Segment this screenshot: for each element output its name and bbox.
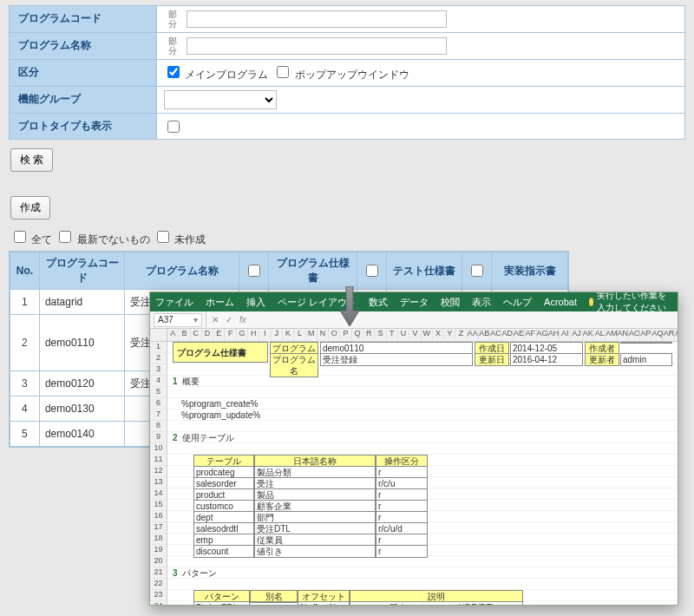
row-group: 機能グループ — [10, 87, 684, 114]
row-kubun: 区分 メインプログラム ポップアップウインドウ — [10, 60, 684, 87]
name-input[interactable] — [187, 37, 447, 55]
ribbon-tab[interactable]: データ — [400, 296, 429, 309]
col-spec: プログラム仕様書 — [269, 252, 357, 290]
label-name: プログラム名称 — [10, 33, 157, 59]
ribbon-tab[interactable]: ヘルプ — [503, 296, 532, 309]
proto-checkbox[interactable] — [167, 121, 180, 133]
col-name: プログラム名称 — [125, 252, 239, 290]
col-chk1[interactable] — [239, 252, 269, 290]
col-impl: 実装指示書 — [492, 252, 568, 290]
row-code: プログラムコード 部 分 — [10, 6, 684, 33]
grid-header-row: No. プログラムコード プログラム名称 プログラム仕様書 テスト仕様書 実装指… — [10, 252, 568, 290]
partial-badge: 部 分 — [164, 10, 181, 29]
sheet-cells[interactable]: プログラム仕様書プログラムIDdemo0110プログラム名受注登録作成日2014… — [167, 342, 678, 605]
bulb-icon — [589, 298, 593, 306]
search-button[interactable]: 検 索 — [10, 148, 53, 172]
code-input[interactable] — [187, 10, 447, 28]
name-box[interactable]: A37▾ — [154, 313, 202, 327]
ribbon-tab[interactable]: 挿入 — [246, 296, 265, 309]
label-proto: プロトタイプも表示 — [10, 114, 157, 139]
excel-window: ファイル ホーム 挿入 ページ レイアウト 数式 データ 校閲 表示 ヘルプ A… — [149, 292, 678, 606]
row-proto: プロトタイプも表示 — [10, 114, 684, 139]
row-name: プログラム名称 部 分 — [10, 33, 684, 60]
arrow-icon — [338, 286, 361, 328]
col-test: テスト仕様書 — [386, 252, 462, 290]
ribbon-tab[interactable]: Acrobat — [544, 297, 577, 307]
chk-notmade[interactable]: 未作成 — [154, 228, 206, 247]
ribbon-tab[interactable]: 校閲 — [441, 296, 460, 309]
label-group: 機能グループ — [10, 87, 157, 113]
col-chk3[interactable] — [462, 252, 492, 290]
label-code: プログラムコード — [10, 6, 157, 32]
chk-notlatest[interactable]: 最新でないもの — [56, 228, 149, 247]
label-kubun: 区分 — [10, 60, 157, 86]
partial-badge: 部 分 — [164, 36, 181, 56]
ribbon-tab[interactable]: 表示 — [472, 296, 491, 309]
search-form: プログラムコード 部 分 プログラム名称 部 分 区分 メインプログラム ポップ… — [9, 5, 685, 140]
column-headers: ABCDEFGHIJKLMNOPQRSTUVWXYZAAABACADAEAFAG… — [150, 329, 678, 342]
chk-popup-window[interactable]: ポップアップウインドウ — [273, 63, 409, 82]
group-select[interactable] — [164, 90, 277, 109]
ribbon-tab[interactable]: ホーム — [206, 296, 234, 309]
formula-bar[interactable]: ✕✓fx — [206, 311, 678, 328]
chk-main-program[interactable]: メインプログラム — [164, 63, 268, 82]
create-button[interactable]: 作成 — [10, 196, 50, 220]
filter-checks: 全て 最新でないもの 未作成 — [10, 228, 684, 247]
col-code: プログラムコード — [39, 252, 124, 290]
col-no: No. — [10, 252, 40, 290]
ribbon-tab[interactable]: ファイル — [155, 296, 193, 309]
ribbon-tab[interactable]: 数式 — [369, 296, 388, 309]
col-chk2[interactable] — [357, 252, 386, 290]
excel-ribbon: ファイル ホーム 挿入 ページ レイアウト 数式 データ 校閲 表示 ヘルプ A… — [150, 292, 678, 311]
name-formula-bar: A37▾ ✕✓fx — [150, 311, 678, 329]
row-headers: 1234567891011121314151617181920212223242… — [150, 342, 167, 605]
chk-all[interactable]: 全て — [10, 228, 52, 247]
